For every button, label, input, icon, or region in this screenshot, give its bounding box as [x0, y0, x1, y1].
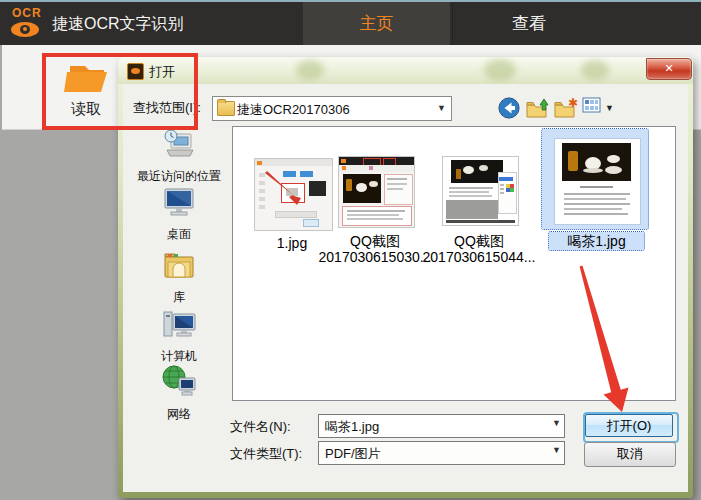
- chevron-down-icon[interactable]: ▼: [552, 445, 561, 455]
- app-title: 捷速OCR文字识别: [52, 14, 184, 35]
- filename-combobox[interactable]: 喝茶1.jpg ▼: [318, 414, 565, 438]
- dialog-body: 查找范围(I): 捷速OCR20170306 ▼ ✱: [123, 84, 688, 492]
- filetype-label: 文件类型(T):: [230, 445, 302, 463]
- selected-file-highlight[interactable]: [542, 129, 648, 229]
- logo-text: OCR: [12, 6, 42, 20]
- new-folder-icon[interactable]: ✱: [554, 97, 579, 120]
- file-label-line2[interactable]: 2017030615030...: [315, 249, 435, 265]
- file-thumbnail-1jpg[interactable]: [254, 158, 333, 231]
- open-button-label: 打开(O): [585, 414, 673, 437]
- chevron-down-icon[interactable]: ▼: [552, 418, 561, 428]
- close-icon[interactable]: ✕: [646, 58, 692, 80]
- sidebar-item-label: 网络: [129, 406, 229, 423]
- libraries-icon: [161, 247, 197, 283]
- folder-icon: [217, 101, 235, 116]
- open-button[interactable]: 打开(O): [583, 412, 679, 443]
- up-folder-icon[interactable]: [526, 97, 550, 120]
- sidebar-item-label: 库: [129, 289, 229, 306]
- sidebar-item-computer[interactable]: 计算机: [129, 308, 229, 365]
- computer-icon: [161, 308, 197, 342]
- filetype-combobox[interactable]: PDF/图片 ▼: [318, 441, 565, 465]
- views-caret-icon[interactable]: ▼: [605, 103, 614, 113]
- look-in-combobox[interactable]: 捷速OCR20170306 ▼: [212, 96, 452, 121]
- recent-places-icon: [161, 128, 197, 162]
- file-list: 1.jpg: [232, 126, 676, 401]
- filetype-value: PDF/图片: [325, 445, 381, 463]
- cancel-button[interactable]: 取消: [584, 442, 676, 467]
- tab-view[interactable]: 查看: [452, 2, 605, 45]
- file-thumbnail-qq1[interactable]: [338, 156, 415, 228]
- chevron-down-icon[interactable]: ▼: [434, 100, 449, 115]
- filename-label: 文件名(N):: [230, 418, 291, 436]
- open-file-dialog: 打开 ✕ 查找范围(I): 捷速OCR20170306 ▼: [118, 57, 693, 498]
- file-label-line2[interactable]: 2017030615044...: [419, 249, 539, 265]
- ocr-logo-icon: OCR: [9, 5, 47, 43]
- annotation-red-box: [42, 53, 198, 130]
- sidebar-item-label: 最近访问的位置: [129, 168, 229, 185]
- sidebar-item-desktop[interactable]: 桌面: [129, 186, 229, 243]
- tab-home[interactable]: 主页: [303, 2, 450, 45]
- sidebar-item-label: 计算机: [129, 348, 229, 365]
- file-thumbnail-hecha: [554, 138, 641, 225]
- view-menu-icon[interactable]: [582, 97, 602, 114]
- network-icon: [161, 364, 197, 400]
- sidebar-item-recent-places[interactable]: 最近访问的位置: [129, 128, 229, 185]
- sidebar-item-libraries[interactable]: 库: [129, 247, 229, 306]
- sidebar-item-network[interactable]: 网络: [129, 364, 229, 423]
- sidebar-item-label: 桌面: [129, 226, 229, 243]
- filename-value: 喝茶1.jpg: [325, 418, 379, 436]
- dialog-titlebar: 打开: [118, 57, 693, 84]
- back-icon[interactable]: [498, 97, 521, 120]
- look-in-value: 捷速OCR20170306: [237, 101, 350, 119]
- selected-file-label[interactable]: 喝茶1.jpg: [549, 232, 644, 250]
- svg-text:✱: ✱: [568, 97, 578, 110]
- desktop-icon: [161, 186, 197, 220]
- app-titlebar: OCR 捷速OCR文字识别 主页 查看: [0, 2, 701, 45]
- file-thumbnail-qq2[interactable]: [442, 156, 519, 226]
- app-window: OCR 捷速OCR文字识别 主页 查看 读取 打开 ✕ 查找范围(I):: [0, 0, 701, 500]
